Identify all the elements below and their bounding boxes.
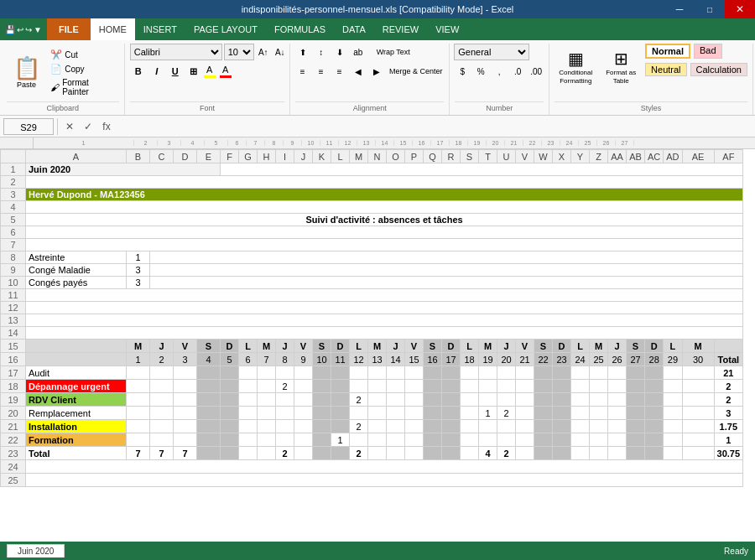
- underline-button[interactable]: U: [167, 63, 184, 80]
- col-header-f[interactable]: F: [221, 150, 239, 163]
- align-middle-btn[interactable]: ↕: [313, 44, 330, 60]
- save-quick-btn[interactable]: 💾: [5, 25, 15, 34]
- title-cell[interactable]: Suivi d'activité : absences et tâches: [26, 214, 743, 226]
- normal-style-btn[interactable]: Normal: [645, 44, 690, 59]
- audit-label[interactable]: Audit: [26, 366, 127, 380]
- font-size-decrease-btn[interactable]: A↓: [273, 44, 288, 60]
- total-d2[interactable]: 7: [150, 447, 174, 460]
- align-left-btn[interactable]: ≡: [294, 63, 311, 80]
- for-total[interactable]: 1: [714, 433, 743, 447]
- copy-button[interactable]: 📄 Copy: [48, 62, 119, 76]
- align-bottom-btn[interactable]: ⬇: [331, 44, 348, 60]
- indent-decrease-btn[interactable]: ◀: [350, 63, 367, 80]
- col-header-ab[interactable]: AB: [627, 150, 645, 163]
- name-cell[interactable]: Hervé Dupond - MA123456: [26, 189, 743, 201]
- col-header-a[interactable]: A: [26, 150, 127, 163]
- format-as-table-btn[interactable]: ⊞ Format as Table: [600, 44, 642, 90]
- spreadsheet-scroll[interactable]: A B C D E F G H I J K L M N O P Q: [0, 149, 755, 542]
- col-header-q[interactable]: Q: [424, 150, 442, 163]
- col-header-af[interactable]: AF: [714, 150, 743, 163]
- border-button[interactable]: ⊞: [185, 63, 202, 80]
- col-header-t[interactable]: T: [479, 150, 497, 163]
- total-d3[interactable]: 7: [174, 447, 197, 460]
- col-header-u[interactable]: U: [497, 150, 516, 163]
- dep-total[interactable]: 2: [714, 380, 743, 393]
- rdv-d12[interactable]: 2: [350, 393, 368, 407]
- rem-total[interactable]: 3: [714, 407, 743, 420]
- grand-total[interactable]: 30.75: [714, 447, 743, 460]
- col-header-z[interactable]: Z: [590, 150, 608, 163]
- remplacement-label[interactable]: Remplacement: [26, 407, 127, 420]
- merge-center-btn[interactable]: Merge & Center: [387, 63, 445, 80]
- cancel-formula-btn[interactable]: ✕: [61, 118, 78, 135]
- conge-maladie-val[interactable]: 3: [127, 264, 150, 277]
- col-header-ac[interactable]: AC: [645, 150, 664, 163]
- confirm-formula-btn[interactable]: ✓: [80, 118, 96, 135]
- col-header-d[interactable]: D: [174, 150, 197, 163]
- close-btn[interactable]: ✕: [725, 0, 755, 18]
- formation-label[interactable]: Formation: [26, 433, 127, 447]
- col-header-c[interactable]: C: [150, 150, 174, 163]
- tab-data[interactable]: DATA: [334, 18, 374, 40]
- col-header-aa[interactable]: AA: [608, 150, 627, 163]
- conges-payes-label[interactable]: Congés payés: [26, 277, 127, 289]
- tab-insert[interactable]: INSERT: [135, 18, 185, 40]
- ins-d12[interactable]: 2: [350, 420, 368, 433]
- col-header-b[interactable]: B: [127, 150, 150, 163]
- calculation-style-btn[interactable]: Calculation: [690, 63, 747, 76]
- currency-btn[interactable]: $: [454, 63, 471, 80]
- formula-input[interactable]: [118, 118, 752, 135]
- astreinte-label[interactable]: Astreinte: [26, 251, 127, 264]
- dep-d8[interactable]: 2: [276, 380, 294, 393]
- rdv-total[interactable]: 2: [714, 393, 743, 407]
- total-d19[interactable]: 4: [479, 447, 497, 460]
- align-top-btn[interactable]: ⬆: [294, 44, 311, 60]
- maximize-btn[interactable]: □: [695, 0, 725, 18]
- number-format-selector[interactable]: General: [454, 44, 529, 60]
- conges-payes-val[interactable]: 3: [127, 277, 150, 289]
- col-header-ae[interactable]: AE: [682, 150, 714, 163]
- total-d1[interactable]: 7: [127, 447, 150, 460]
- conditional-formatting-btn[interactable]: ▦ Conditional Formatting: [555, 44, 596, 90]
- font-size-selector[interactable]: 10: [224, 44, 254, 60]
- text-angle-btn[interactable]: ab: [350, 44, 367, 60]
- total-d8[interactable]: 2: [276, 447, 294, 460]
- percent-btn[interactable]: %: [472, 63, 489, 80]
- col-header-r[interactable]: R: [442, 150, 461, 163]
- for-d11[interactable]: 1: [331, 433, 350, 447]
- tab-home[interactable]: HOME: [91, 18, 135, 40]
- neutral-style-btn[interactable]: Neutral: [645, 63, 686, 76]
- col-header-v[interactable]: V: [516, 150, 534, 163]
- col-header-g[interactable]: G: [239, 150, 258, 163]
- font-color-button[interactable]: A: [220, 65, 232, 78]
- conge-maladie-label[interactable]: Congé Maladie: [26, 264, 127, 277]
- customize-quick-btn[interactable]: ▼: [34, 25, 42, 34]
- paste-button[interactable]: 📋 Paste: [7, 48, 46, 98]
- col-header-m[interactable]: M: [350, 150, 368, 163]
- month-cell[interactable]: Juin 2020: [26, 163, 221, 176]
- col-header-x[interactable]: X: [553, 150, 571, 163]
- ins-total[interactable]: 1.75: [714, 420, 743, 433]
- font-name-selector[interactable]: Calibri: [130, 44, 222, 60]
- fill-color-button[interactable]: A: [204, 65, 216, 78]
- cut-button[interactable]: ✂️ Cut: [48, 48, 119, 62]
- installation-label[interactable]: Installation: [26, 420, 127, 433]
- indent-increase-btn[interactable]: ▶: [368, 63, 385, 80]
- astreinte-val[interactable]: 1: [127, 251, 150, 264]
- align-right-btn[interactable]: ≡: [331, 63, 348, 80]
- insert-function-btn[interactable]: fx: [98, 118, 115, 135]
- depannage-label[interactable]: Dépannage urgent: [26, 380, 127, 393]
- total-label[interactable]: Total: [26, 447, 127, 460]
- tab-formulas[interactable]: FORMULAS: [266, 18, 334, 40]
- col-header-l[interactable]: L: [331, 150, 350, 163]
- total-d12[interactable]: 2: [350, 447, 368, 460]
- tab-file[interactable]: FILE: [47, 18, 91, 40]
- col-header-p[interactable]: P: [405, 150, 424, 163]
- italic-button[interactable]: I: [148, 63, 165, 80]
- total-d20[interactable]: 2: [497, 447, 516, 460]
- rem-d20[interactable]: 2: [497, 407, 516, 420]
- col-header-ad[interactable]: AD: [664, 150, 682, 163]
- col-header-i[interactable]: I: [276, 150, 294, 163]
- wrap-text-btn[interactable]: Wrap Text: [368, 44, 419, 60]
- cell-reference-box[interactable]: S29: [3, 118, 54, 135]
